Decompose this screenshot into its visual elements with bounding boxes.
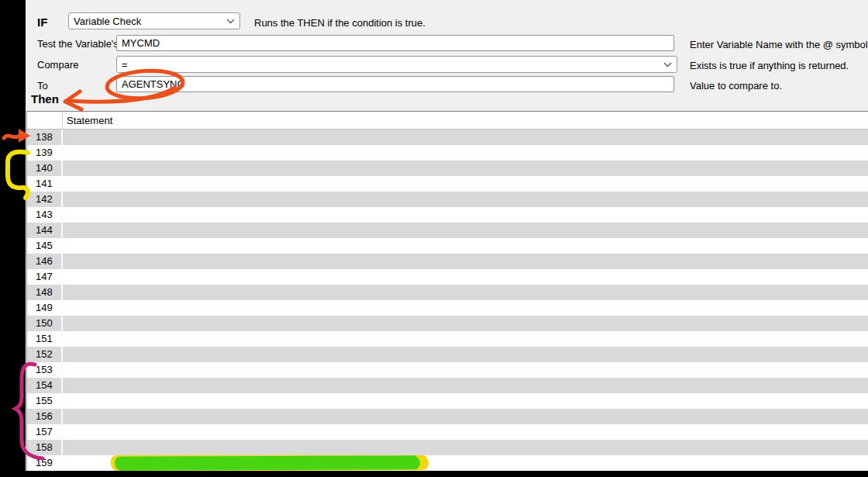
compare-to-input[interactable] <box>116 76 674 92</box>
row-statement-cell: SET: @APPID@ = SQLRESULT[SELECT `AppID` … <box>63 362 868 378</box>
row-statement-cell: LOG: Matching softwareID found [ @APPID@… <box>63 455 868 471</box>
chevron-down-icon <box>663 62 672 67</box>
row-statement-cell: LOG: Scanning software installs with [ @… <box>63 347 868 362</box>
condition-type-select[interactable]: Variable Check <box>68 12 240 29</box>
row-statement-cell: SET: @REPONAME@ = <box>63 207 868 223</box>
condition-hint: Runs the THEN if the condition is true. <box>254 17 425 29</box>
statement-table-body: 138 :EXECUTELONEWOLF - Label 139 LOG: Sk… <box>27 130 868 471</box>
row-statement-cell: :EXECUTELONEWOLF - Label <box>63 130 868 145</box>
row-number: 158 <box>27 440 63 455</box>
row-statement-cell: SET: @APPVERSION@ = @sqlVersion@ <box>63 300 868 316</box>
row-statement-cell: IF @APPID@ = THEN Jump to :SKIPAPPUPDATE… <box>63 393 868 409</box>
compare-operator-value: = <box>122 59 128 71</box>
statement-table: Statement 138 :EXECUTELONEWOLF - Label 1… <box>26 111 868 471</box>
statement-row[interactable]: 143 SET: @REPONAME@ = <box>27 207 868 223</box>
statement-row[interactable]: 159 LOG: Matching softwareID found [ @AP… <box>27 455 868 471</box>
row-number: 153 <box>27 362 63 378</box>
statement-row[interactable]: 145 SET: @IGNORE@ = <box>27 238 868 254</box>
row-statement-cell: SET: @myAPPID@ = @sqlID@ <box>63 331 868 347</box>
row-statement-cell: IF %sqldatasetrowcount% = 0 THEN Jump to… <box>63 176 868 192</box>
row-statement-cell: SET: @APPVERSION@ = <box>63 223 868 238</box>
row-number: 138 <box>27 130 63 145</box>
statement-row[interactable]: 147 Fetch row @LOOPCOUNT@ from dataset s… <box>27 269 868 285</box>
statement-row[interactable]: 154 IF @APPID@ Contains -9999 THEN Jump … <box>27 378 868 393</box>
row-statement-cell: :LOOPSTARTLONEWOLF - Label <box>63 192 868 207</box>
row-statement-cell: IF @APPID@ Not Exists THEN Jump to :SKIP… <box>63 440 868 455</box>
to-field-label: To <box>37 80 48 92</box>
line-number-header <box>27 112 63 129</box>
compare-operator-select[interactable]: = <box>116 56 677 73</box>
statement-row[interactable]: 142 :LOOPSTARTLONEWOLF - Label <box>27 192 868 207</box>
left-black-panel <box>0 0 26 477</box>
chevron-down-icon <box>226 19 235 24</box>
statement-column-header: Statement <box>63 112 868 129</box>
row-number: 152 <box>27 347 63 362</box>
row-number: 147 <box>27 269 63 285</box>
statement-row[interactable]: 139 LOG: Skipping all caching services a… <box>27 145 868 161</box>
row-number: 156 <box>27 409 63 424</box>
statement-row[interactable]: 141 IF %sqldatasetrowcount% = 0 THEN Jum… <box>27 176 868 192</box>
statement-row[interactable]: 151 SET: @myAPPID@ = @sqlID@ <box>27 331 868 347</box>
row-number: 151 <box>27 331 63 347</box>
variable-name-input[interactable] <box>116 35 674 51</box>
bottom-black-panel <box>0 471 868 477</box>
row-number: 149 <box>27 300 63 316</box>
if-label: IF <box>37 16 47 29</box>
row-statement-cell: SET: @APPNAME@ = @sqlAppName@ <box>63 316 868 331</box>
orange-arrow-head <box>65 92 81 109</box>
row-number: 144 <box>27 223 63 238</box>
row-statement-cell: IF @APPID@ = 0 THEN Jump to :SKIPAPPUPDA… <box>63 409 868 424</box>
row-number: 139 <box>27 145 63 161</box>
statement-table-header: Statement <box>27 112 868 130</box>
row-number: 143 <box>27 207 63 223</box>
condition-type-value: Variable Check <box>74 16 141 27</box>
row-statement-cell: SET: @REPONAME@ = @sqlRepoName@ <box>63 285 868 300</box>
row-statement-cell: Fetch row @LOOPCOUNT@ from dataset sqlda… <box>63 269 868 285</box>
compare-field-label: Compare <box>37 59 78 71</box>
row-statement-cell: SET: @myAPPID@ = <box>63 254 868 269</box>
row-number: 148 <box>27 285 63 300</box>
statement-row[interactable]: 138 :EXECUTELONEWOLF - Label <box>27 130 868 145</box>
row-statement-cell: SET: @IGNORE@ = <box>63 238 868 254</box>
row-statement-cell: LOG: Skipping all caching services and d… <box>63 145 868 161</box>
statement-row[interactable]: 144 SET: @APPVERSION@ = <box>27 223 868 238</box>
row-statement-cell: Set %sqldataset% = SQL Get DataSet: SELE… <box>63 161 868 176</box>
compare-field-hint: Exists is true if anything is returned. <box>690 60 849 71</box>
statement-row[interactable]: 140 Set %sqldataset% = SQL Get DataSet: … <box>27 161 868 176</box>
variable-field-label: Test the Variable's <box>37 38 119 50</box>
row-number: 146 <box>27 254 63 269</box>
statement-row[interactable]: 155 IF @APPID@ = THEN Jump to :SKIPAPPUP… <box>27 393 868 409</box>
script-editor-window: IF Variable Check Runs the THEN if the c… <box>0 0 868 477</box>
statement-row[interactable]: 148 SET: @REPONAME@ = @sqlRepoName@ <box>27 285 868 300</box>
variable-field-hint: Enter Variable Name with the @ symbols a… <box>690 39 868 50</box>
row-statement-cell: IF @APPID@ = 1 THEN Jump to :SKIPAPPUPDA… <box>63 424 868 440</box>
statement-row[interactable]: 152 LOG: Scanning software installs with… <box>27 347 868 362</box>
row-number: 157 <box>27 424 63 440</box>
statement-row[interactable]: 157 IF @APPID@ = 1 THEN Jump to :SKIPAPP… <box>27 424 868 440</box>
row-number: 154 <box>27 378 63 393</box>
row-number: 150 <box>27 316 63 331</box>
then-label: Then <box>31 92 59 105</box>
statement-row[interactable]: 146 SET: @myAPPID@ = <box>27 254 868 269</box>
row-number: 142 <box>27 192 63 207</box>
statement-row[interactable]: 153 SET: @APPID@ = SQLRESULT[SELECT `App… <box>27 362 868 378</box>
statement-row[interactable]: 150 SET: @APPNAME@ = @sqlAppName@ <box>27 316 868 331</box>
statement-row[interactable]: 149 SET: @APPVERSION@ = @sqlVersion@ <box>27 300 868 316</box>
statement-row[interactable]: 156 IF @APPID@ = 0 THEN Jump to :SKIPAPP… <box>27 409 868 424</box>
to-field-hint: Value to compare to. <box>690 80 782 92</box>
row-number: 140 <box>27 161 63 176</box>
row-number: 159 <box>27 455 63 471</box>
row-number: 155 <box>27 393 63 409</box>
row-number: 141 <box>27 176 63 192</box>
row-number: 145 <box>27 238 63 254</box>
row-statement-cell: IF @APPID@ Contains -9999 THEN Jump to :… <box>63 378 868 393</box>
statement-row[interactable]: 158 IF @APPID@ Not Exists THEN Jump to :… <box>27 440 868 455</box>
green-highlighter-mark <box>115 456 420 469</box>
